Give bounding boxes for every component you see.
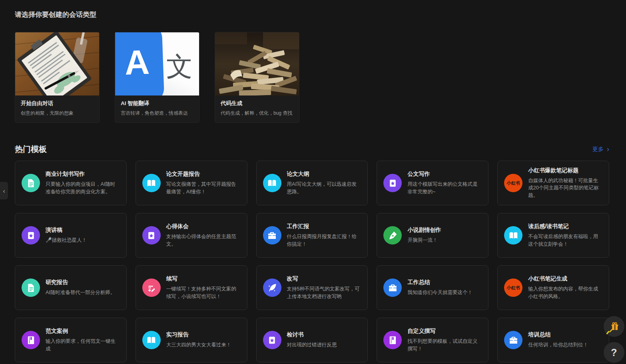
template-card-reflections[interactable]: 心得体会支持输出心得体会的任意主题范文。 (136, 213, 247, 258)
session-card-desc: 言语转译，角色塑造，情感表达 (121, 110, 193, 117)
template-title: 小红书笔记生成 (528, 275, 602, 282)
translate-blue-tile: A (115, 32, 164, 95)
template-desc: 支持输出心得体会的任意主题范文。 (166, 233, 241, 247)
pen-nib-icon (383, 226, 402, 245)
notebook-icon (22, 331, 40, 349)
template-title: 实习报告 (166, 331, 231, 338)
star-card-icon (142, 226, 161, 245)
template-card-continue-writing[interactable]: 续写一键续写！支持多种不同文案的续写，小说续写也可以！ (136, 265, 247, 310)
template-title: 续写 (166, 275, 241, 282)
session-type-row: 开始自由对话 创意的相聚，无限的想象 A 文 AI 智能翻译 言语转译，角色塑造… (15, 32, 609, 123)
template-desc: 找不到想要的模板，试试自定义撰写！ (407, 338, 482, 352)
open-book-icon (504, 226, 522, 245)
free-chat-image (15, 32, 99, 95)
template-desc: 输入你的要求，任何范文一键生成 (46, 338, 120, 352)
template-title: 范文案例 (46, 328, 120, 335)
session-card-title: 开始自由对话 (21, 100, 94, 107)
template-title: 读后感/读书笔记 (528, 223, 602, 230)
template-card-business-plan[interactable]: 商业计划书写作只要输入你的商业项目，AI随时准备给你完善的商业化方案。 (15, 161, 127, 205)
template-title: 工作总结 (407, 279, 472, 286)
template-desc: 自媒体人的武功秘籍！可批量生成20个同主题不同类型的笔记标题。 (528, 177, 602, 199)
star-card-icon (263, 331, 281, 349)
session-card-desc: 代码生成，解释，优化，bug 查找 (221, 110, 293, 117)
chevron-right-icon: › (607, 145, 609, 153)
template-title: 检讨书 (287, 331, 337, 338)
template-desc: 只要输入你的商业项目，AI随时准备给你完善的商业化方案。 (46, 181, 120, 195)
template-card-custom-writing[interactable]: 自定义撰写找不到想要的模板，试试自定义撰写！ (377, 318, 488, 362)
template-desc: 不会写读后感的朋友有福啦，用这个就立刻学会！ (528, 233, 602, 247)
template-card-book-review[interactable]: 读后感/读书笔记不会写读后感的朋友有福啦，用这个就立刻学会！ (497, 213, 609, 258)
xiaohongshu-icon: 小红书 (504, 174, 522, 192)
template-desc: 一键续写！支持多种不同文案的续写，小说续写也可以！ (166, 285, 241, 300)
template-card-thesis-proposal[interactable]: 论文开题报告写论文很痛苦，其中写开题报告最痛苦，AI懂你！ (136, 161, 247, 205)
template-title: 自定义撰写 (407, 328, 482, 335)
template-desc: 任何培训，给你总结到位！ (528, 341, 588, 348)
template-desc: 我知道你们今天就需要这个！ (407, 289, 472, 296)
notebook-icon (383, 331, 402, 349)
star-card-icon (383, 174, 402, 192)
feather-icon (263, 278, 281, 297)
session-card-translate[interactable]: A 文 AI 智能翻译 言语转译，角色塑造，情感表达 (115, 32, 199, 123)
template-desc: 支持5种不同语气的文案改写，可上传本地文档进行改写哟 (287, 285, 361, 300)
code-gen-image (215, 32, 299, 95)
help-button[interactable]: ? (604, 342, 624, 363)
open-book-icon (142, 331, 161, 349)
template-title: 培训总结 (528, 331, 588, 338)
template-card-xhs-title[interactable]: 小红书 小红书爆款笔记标题自媒体人的武功秘籍！可批量生成20个同主题不同类型的笔… (497, 161, 609, 205)
session-card-desc: 创意的相聚，无限的想象 (21, 110, 94, 117)
template-card-training-summary[interactable]: 培训总结任何培训，给你总结到位！ (497, 318, 609, 362)
template-card-research-report[interactable]: 研究报告AI随时准备替代一部分分析师。 (15, 265, 127, 310)
sidebar-collapse-button[interactable]: ‹ (0, 182, 8, 199)
templates-section-title: 热门模板 (15, 144, 47, 155)
open-book-icon (263, 174, 281, 192)
template-desc: 用AI写论文大纲，可以迅速启发思路。 (287, 181, 361, 195)
template-title: 工作汇报 (287, 223, 361, 230)
template-card-work-report[interactable]: 工作汇报什么日报周报月报复盘汇报！给你搞定！ (256, 213, 368, 258)
briefcase-icon (383, 278, 402, 297)
template-desc: 什么日报周报月报复盘汇报！给你搞定！ (287, 233, 361, 247)
template-card-thesis-outline[interactable]: 论文大纲用AI写论文大纲，可以迅速启发思路。 (256, 161, 368, 205)
template-desc: 输入你想发布的内容，帮你生成小红书的风格。 (528, 285, 602, 300)
help-question-mark: ? (611, 347, 617, 358)
template-desc: 🎤拯救社恐星人！ (46, 237, 87, 244)
session-card-free-chat[interactable]: 开始自由对话 创意的相聚，无限的想象 (15, 32, 100, 123)
template-title: 商业计划书写作 (46, 171, 120, 178)
more-label: 更多 (592, 146, 604, 153)
star-card-icon (22, 226, 40, 245)
letter-a-glyph: A (124, 42, 150, 82)
template-card-rewrite[interactable]: 改写支持5种不同语气的文案改写，可上传本地文档进行改写哟 (256, 265, 368, 310)
chevron-left-icon: ‹ (3, 187, 5, 194)
template-card-speech[interactable]: 演讲稿🎤拯救社恐星人！ (15, 213, 127, 258)
template-title: 心得体会 (166, 223, 241, 230)
template-title: 研究报告 (46, 279, 115, 286)
template-card-official-doc[interactable]: 公文写作用这个模版写出来的公文格式是非常完整的~ (377, 161, 488, 205)
more-link[interactable]: 更多 › (592, 146, 609, 153)
template-desc: 写论文很痛苦，其中写开题报告最痛苦，AI懂你！ (166, 181, 241, 195)
template-card-work-summary[interactable]: 工作总结我知道你们今天就需要这个！ (377, 265, 488, 310)
template-title: 改写 (287, 275, 361, 282)
template-title: 小说剧情创作 (407, 227, 441, 234)
template-grid: 商业计划书写作只要输入你的商业项目，AI随时准备给你完善的商业化方案。 论文开题… (15, 161, 609, 364)
session-card-title: 代码生成 (221, 100, 293, 107)
template-desc: 对出现的过错进行反思 (287, 341, 337, 348)
template-card-sample-essay[interactable]: 范文案例输入你的要求，任何范文一键生成 (15, 318, 127, 362)
edit-lines-icon (142, 278, 161, 297)
gift-icon (608, 320, 620, 332)
xiaohongshu-icon: 小红书 (504, 278, 522, 297)
template-desc: 用这个模版写出来的公文格式是非常完整的~ (407, 181, 482, 195)
page-title: 请选择你要创建的会话类型 (15, 10, 609, 19)
document-icon (22, 278, 40, 297)
template-card-novel-plot[interactable]: 小说剧情创作开脑洞一流！ (377, 213, 488, 258)
template-desc: 开脑洞一流！ (407, 237, 441, 244)
template-desc: AI随时准备替代一部分分析师。 (46, 289, 115, 296)
briefcase-icon (263, 226, 281, 245)
open-book-icon (142, 174, 161, 192)
document-icon (22, 174, 40, 192)
template-title: 公文写作 (407, 171, 482, 178)
template-title: 演讲稿 (46, 227, 87, 234)
template-card-xhs-note[interactable]: 小红书 小红书笔记生成输入你想发布的内容，帮你生成小红书的风格。 (497, 265, 609, 310)
template-desc: 大三大四的男大女大看过来！ (166, 341, 231, 348)
template-card-self-criticism[interactable]: 检讨书对出现的过错进行反思 (256, 318, 368, 362)
session-card-codegen[interactable]: 代码生成 代码生成，解释，优化，bug 查找 (215, 32, 299, 123)
template-card-internship-report[interactable]: 实习报告大三大四的男大女大看过来！ (136, 318, 247, 362)
